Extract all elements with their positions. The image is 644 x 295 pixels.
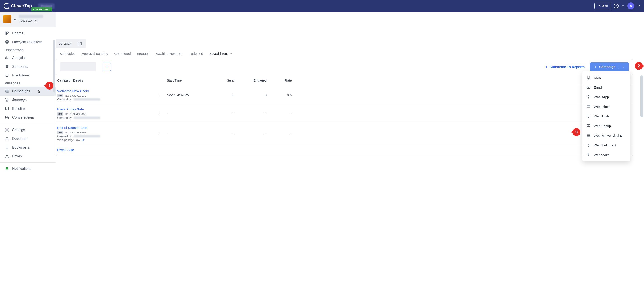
sparkle-icon	[598, 4, 601, 8]
cell-sent: --	[203, 112, 234, 115]
dropdown-item-web-popup[interactable]: Web Popup	[582, 121, 630, 130]
svg-rect-0	[6, 32, 6, 35]
tab-completed[interactable]: Completed	[114, 52, 131, 56]
sidebar-item-bookmarks[interactable]: Bookmarks	[0, 143, 56, 152]
creator-name-blurred	[74, 116, 100, 119]
tab-scheduled[interactable]: Scheduled	[60, 52, 76, 56]
cell-engaged: 0	[234, 93, 266, 97]
bell-icon	[5, 166, 9, 171]
dropdown-item-web-inbox[interactable]: Web Inbox	[582, 102, 630, 111]
dropdown-item-email[interactable]: Email	[582, 82, 630, 92]
sms-icon	[586, 76, 591, 80]
dropdown-item-whatsapp[interactable]: WhatsApp	[582, 92, 630, 102]
user-avatar[interactable]: A	[627, 2, 634, 10]
sidebar-item-journeys[interactable]: Journeys	[0, 96, 56, 104]
column-campaign-details[interactable]: Campaign Details	[57, 78, 167, 82]
sidebar-item-debugger[interactable]: Debugger	[0, 134, 56, 143]
user-block[interactable]: Tue, 6:10 PM	[0, 12, 56, 27]
filter-button[interactable]	[103, 63, 111, 71]
sidebar-item-label: Notifications	[12, 167, 31, 171]
bookmarks-icon	[5, 145, 9, 150]
ask-label: Ask	[602, 4, 608, 8]
sidebar-item-label: Bookmarks	[12, 146, 30, 150]
channel-badge: SM	[57, 112, 63, 116]
help-button[interactable]: ?	[614, 4, 618, 8]
top-bar: CleverTap Project LIVE PROJECT Ask ? A	[0, 0, 644, 12]
svg-rect-20	[587, 106, 590, 108]
campaigns-icon	[5, 89, 9, 93]
content-scrollbar[interactable]	[640, 76, 643, 117]
svg-rect-10	[6, 91, 9, 92]
column-sent[interactable]: Sent	[203, 78, 234, 82]
table-row: End of Season Sale SM ID: 1729881997 Cre…	[56, 122, 633, 145]
date-range-chip[interactable]: 20, 2024	[56, 38, 86, 48]
row-actions-menu[interactable]: ⋮	[157, 111, 161, 116]
plus-icon	[594, 65, 597, 68]
sidebar-item-analytics[interactable]: Analytics	[0, 54, 56, 62]
created-by-label: Created by:	[57, 116, 72, 120]
help-chevron-icon[interactable]	[621, 4, 625, 8]
campaign-title-link[interactable]: End of Season Sale	[57, 126, 160, 130]
sidebar-item-notifications[interactable]: Notifications	[0, 164, 56, 173]
sidebar-item-label: Campaigns	[12, 89, 30, 93]
tab-stopped[interactable]: Stopped	[137, 52, 150, 56]
web-popup-icon	[586, 124, 591, 128]
campaign-title-link[interactable]: Black Friday Sale	[57, 108, 160, 111]
creator-name-blurred	[74, 135, 100, 138]
svg-rect-2	[8, 32, 9, 33]
tab-rejected[interactable]: Rejected	[190, 52, 203, 56]
svg-point-4	[6, 42, 8, 43]
campaign-title-link[interactable]: Diwali Sale	[57, 148, 160, 152]
column-rate[interactable]: Rate	[266, 78, 292, 82]
sidebar-item-settings[interactable]: Settings	[0, 126, 56, 134]
search-input-placeholder-box[interactable]	[60, 62, 96, 72]
dropdown-item-webhooks[interactable]: Webhooks	[582, 150, 630, 160]
svg-rect-22	[587, 125, 590, 127]
campaign-title-link[interactable]: Welcome New Users	[57, 89, 160, 93]
table-row: Black Friday Sale SM ID: 1730400082 Crea…	[56, 104, 633, 122]
dropdown-item-sms[interactable]: SMS	[582, 73, 630, 82]
sidebar-item-predictions[interactable]: Predictions	[0, 71, 56, 80]
sidebar-scrollbar[interactable]	[54, 40, 55, 92]
cell-engaged: --	[234, 132, 266, 136]
sidebar-item-boards[interactable]: Boards	[0, 29, 56, 38]
brand-logo[interactable]: CleverTap	[4, 3, 32, 9]
svg-rect-18	[587, 86, 590, 88]
debugger-icon	[5, 136, 9, 141]
content-pane: 20, 2024 g Scheduled Approval pending Co…	[56, 12, 644, 295]
tab-approval-pending[interactable]: Approval pending	[82, 52, 108, 56]
dropdown-item-web-push[interactable]: Web Push	[582, 111, 630, 121]
errors-icon	[5, 154, 9, 158]
sidebar-item-lifecycle-optimizer[interactable]: Lifecycle Optimizer	[0, 38, 56, 46]
sidebar-item-conversations[interactable]: Conversations	[0, 113, 56, 122]
sidebar-item-segments[interactable]: Segments	[0, 62, 56, 71]
campaigns-table: Campaign Details Start Time Sent Engaged…	[56, 75, 633, 156]
tab-awaiting-next-run[interactable]: Awaiting Next Run	[156, 52, 184, 56]
cell-engaged: --	[234, 112, 266, 115]
web-priority-label: Web priority: Low	[57, 138, 80, 142]
web-inbox-icon	[586, 104, 591, 109]
dropdown-item-label: Web Native Display	[594, 134, 622, 138]
subscribe-to-reports-link[interactable]: Subscribe To Reports	[545, 65, 584, 69]
web-push-icon	[586, 114, 591, 118]
svg-rect-17	[588, 76, 590, 79]
row-actions-menu[interactable]: ⋮	[157, 93, 161, 98]
edit-priority-button[interactable]	[82, 138, 85, 142]
ask-button[interactable]: Ask	[594, 3, 611, 9]
dropdown-item-web-native-display[interactable]: Web Native Display	[582, 130, 630, 140]
user-block-chevron-icon[interactable]	[14, 18, 17, 21]
row-actions-menu[interactable]: ⋮	[157, 131, 161, 136]
new-campaign-button[interactable]: Campaign	[590, 62, 629, 71]
svg-point-15	[6, 138, 8, 140]
dropdown-item-web-exit-intent[interactable]: Web Exit Intent	[582, 140, 630, 150]
saved-filters-dropdown[interactable]: Saved filters	[209, 52, 233, 56]
column-engaged[interactable]: Engaged	[234, 78, 266, 82]
sidebar-item-errors[interactable]: Errors	[0, 152, 56, 161]
journeys-icon	[5, 98, 9, 102]
avatar-chevron-icon[interactable]	[637, 4, 640, 8]
dropdown-item-label: Web Push	[594, 114, 609, 118]
sidebar-item-bulletins[interactable]: Bulletins	[0, 104, 56, 113]
sidebar-item-campaigns[interactable]: Campaigns	[0, 87, 56, 96]
column-start-time[interactable]: Start Time	[167, 78, 203, 82]
cell-sent: 4	[203, 93, 234, 97]
